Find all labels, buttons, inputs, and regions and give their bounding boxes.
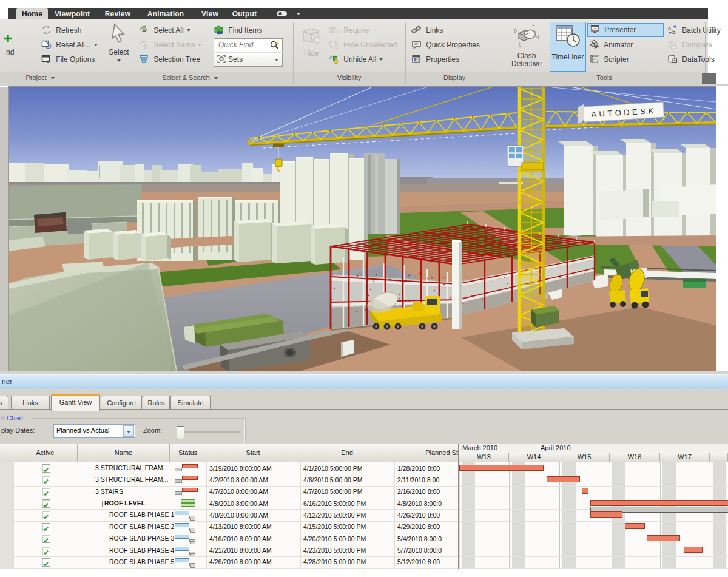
append-label-partial: nd [6,46,14,58]
presenter-button[interactable]: Presenter [587,23,664,37]
task-end: 4/28/2010 5:00:00 PM [303,558,366,565]
task-start: 4/13/2010 8:00:00 AM [209,523,272,530]
active-checkbox[interactable] [42,511,50,519]
select-search-group-label[interactable]: Select & Search [99,72,281,83]
display-group-label[interactable]: Display [405,72,504,83]
timeliner-tab-rules[interactable]: Rules [143,396,170,410]
render-style-icon[interactable] [276,10,289,18]
sets-icon [217,54,226,64]
active-checkbox[interactable] [42,535,50,543]
tabbar-caret[interactable] [297,13,300,15]
task-name: 3 STAIRS [95,488,123,495]
gantt-bar-actual[interactable] [684,547,703,553]
row-grid-line [0,486,728,487]
quick-find-input[interactable]: Quick Find [214,38,283,52]
hide-unselected-button[interactable]: Hide Unselected [329,39,397,51]
quick-properties-button[interactable]: Quick Properties [411,39,480,51]
project-group-label[interactable]: Project [8,72,72,83]
ribbon-tab-home[interactable]: Home [16,8,48,19]
ribbon-tab-review[interactable]: Review [103,8,133,19]
gantt-bar-actual[interactable] [459,465,544,471]
task-planned-start: 5/4/2010 8:00:0 [397,535,442,542]
ribbon-tab-output[interactable]: Output [229,8,260,19]
gantt-bar-actual[interactable] [547,476,580,482]
active-checkbox[interactable] [42,488,50,496]
gantt-bar-actual[interactable] [625,523,645,529]
timeliner-tab-links[interactable]: Links [11,396,50,410]
hide-button[interactable]: Hide [297,23,325,72]
column-header-end[interactable]: End [300,444,394,462]
viewport-3d-scene[interactable]: AUTODESK [8,87,716,371]
links-button[interactable]: Links [411,24,443,36]
gantt-bar-actual[interactable] [582,488,588,494]
sets-dropdown[interactable]: Sets [214,53,283,67]
gantt-week-line [710,462,710,569]
append-icon[interactable] [1,33,14,45]
gantt-week-line [660,462,661,569]
active-checkbox[interactable] [42,558,50,567]
status-icon-actual-bar [182,476,198,480]
col-grid-line [459,462,460,569]
timeliner-tab-simulate[interactable]: Simulate [170,396,211,410]
active-checkbox[interactable] [42,476,50,484]
visibility-group-label[interactable]: Visibility [293,72,405,83]
timeliner-button[interactable]: TimeLiner [550,22,586,72]
quick-find-search-icon[interactable] [269,40,280,50]
datatools-button[interactable]: DataTools [667,53,715,66]
active-checkbox[interactable] [42,499,50,508]
timeliner-title-bar[interactable]: ner [0,374,728,390]
refresh-button[interactable]: Refresh [41,24,81,36]
ribbon-tab-view[interactable]: View [198,8,222,19]
reset-all-button[interactable]: Reset All... [41,39,98,51]
select-same-button[interactable]: Select Same [139,39,201,51]
zoom-slider-track[interactable] [177,431,241,433]
column-header-status[interactable]: Status [170,444,206,462]
timeliner-tab-s[interactable]: s [0,396,8,410]
require-button[interactable]: Require [329,24,369,36]
properties-button[interactable]: Properties [411,53,459,66]
selection-tree-button[interactable]: Selection Tree [139,53,200,66]
animator-button[interactable]: Animator [589,39,633,51]
status-icon-actual-bar [182,488,198,492]
display-dates-label: play Dates: [1,427,35,434]
task-name: ROOF LEVEL [104,499,145,507]
ribbon-tab-animation[interactable]: Animation [143,8,188,19]
display-dates-dropdown[interactable]: Planned vs Actual [53,424,135,438]
scripter-button[interactable]: Scripter [589,53,629,66]
find-items-button[interactable]: Find Items [214,24,262,36]
active-checkbox[interactable] [42,523,50,531]
task-planned-start: 5/12/2010 8:00 [397,558,440,565]
col-grid-line [78,462,78,569]
gantt-month-label: April 2010 [541,444,571,451]
column-header-name[interactable]: Name [78,444,170,462]
timeliner-tab-gantt-view[interactable]: Gantt View [51,394,100,411]
select-all-button[interactable]: Select All [139,24,190,36]
task-name: 3 STRUCTURAL FRAM... [95,464,168,471]
gantt-bar-actual[interactable] [647,535,680,541]
timeliner-tab-configure[interactable]: Configure [101,396,142,410]
file-options-button[interactable]: File Options [41,53,95,66]
clash-detective-button[interactable]: Clash Detective [507,23,546,73]
dropdown-arrow-button[interactable] [123,425,134,437]
task-end: 4/15/2010 5:00:00 PM [303,523,366,530]
active-checkbox[interactable] [42,464,50,473]
task-end: 4/6/2010 5:00:00 PM [303,476,363,484]
zoom-slider-thumb[interactable] [177,426,184,439]
tools-group-label[interactable]: Tools [504,72,705,83]
task-start: 4/8/2010 8:00:00 AM [209,511,268,519]
batch-utility-button[interactable]: ab Batch Utility [667,24,721,36]
expand-minus-icon[interactable] [96,501,103,507]
select-button[interactable]: Select [103,23,135,72]
gantt-bar-actual[interactable] [590,500,728,506]
gantt-bar-actual[interactable] [590,511,622,518]
table-gantt-splitter[interactable] [458,444,459,569]
active-checkbox[interactable] [42,547,50,555]
column-header-start[interactable]: Start [206,444,300,462]
unhide-all-button[interactable]: Unhide All [329,53,383,66]
task-end: 6/16/2010 5:00:00 PM [303,500,366,507]
column-header-planned-st[interactable]: Planned St [394,444,459,462]
column-header-active[interactable]: Active [13,444,78,462]
row-grid-line [0,533,728,533]
ribbon-tab-viewpoint[interactable]: Viewpoint [52,8,92,19]
task-start: 4/7/2010 8:00:00 AM [209,488,268,495]
